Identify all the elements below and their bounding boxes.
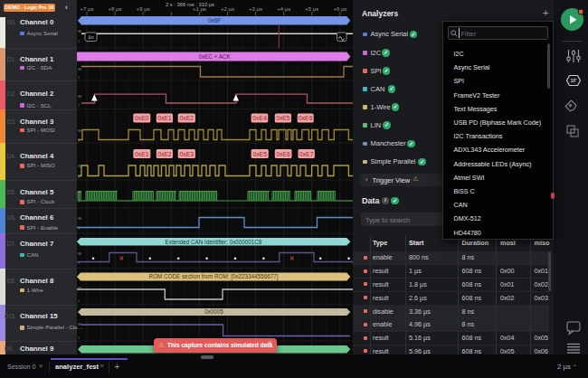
svg-text:0xE0: 0xE0	[135, 115, 149, 121]
svg-text:0xEC + ACK: 0xEC + ACK	[198, 53, 231, 60]
svg-text:0xE6: 0xE6	[276, 151, 290, 157]
svg-text:0xE3: 0xE3	[180, 151, 194, 157]
svg-text:L: L	[79, 102, 81, 107]
svg-text:0xE5: 0xE5	[276, 115, 290, 121]
svg-text:0xE7: 0xE7	[299, 151, 314, 157]
svg-text:+8 µs: +8 µs	[109, 6, 122, 12]
svg-text:M: M	[78, 94, 81, 99]
svg-text:+9 µs: +9 µs	[137, 6, 150, 12]
svg-text:M: M	[78, 216, 81, 221]
svg-text:L: L	[79, 39, 81, 43]
svg-text:0x6F: 0x6F	[208, 17, 221, 24]
svg-text:0x0005: 0x0005	[204, 308, 223, 315]
svg-text:0xE4: 0xE4	[252, 115, 267, 121]
svg-text:+4 µs: +4 µs	[277, 6, 290, 12]
svg-text:0xE1: 0xE1	[157, 115, 172, 121]
svg-text:+7 µs: +7 µs	[81, 6, 94, 12]
svg-text:+2 µs: +2 µs	[221, 6, 234, 12]
svg-text:M: M	[78, 251, 81, 256]
svg-text:+1 µs: +1 µs	[193, 6, 206, 12]
svg-text:0xE5: 0xE5	[252, 151, 267, 157]
svg-text:L: L	[79, 298, 81, 303]
svg-text:2 s : 366 ms : 310 µs: 2 s : 366 ms : 310 µs	[166, 2, 214, 7]
svg-text:L: L	[79, 335, 81, 340]
svg-text:1n: 1n	[88, 34, 94, 41]
svg-text:+6 µs: +6 µs	[333, 6, 346, 12]
svg-text:0xE6: 0xE6	[299, 115, 313, 121]
svg-text:M: M	[78, 29, 81, 33]
svg-text:1F: 1F	[571, 78, 577, 83]
svg-text:Extended CAN Identifier: 0x000: Extended CAN Identifier: 0x000001C8	[166, 239, 262, 245]
svg-text:M: M	[78, 128, 81, 133]
svg-text:M: M	[78, 286, 81, 290]
svg-text:+5 µs: +5 µs	[305, 6, 318, 12]
svg-text:ROM CODE section from ROM: [0x: ROM CODE section from ROM: [0x2233445566…	[149, 273, 279, 280]
svg-text:M: M	[78, 67, 81, 71]
svg-text:0xE2: 0xE2	[180, 115, 194, 121]
svg-text:+3 µs: +3 µs	[249, 6, 262, 12]
svg-text:M: M	[78, 190, 81, 194]
svg-text:L: L	[79, 75, 81, 80]
svg-text:L: L	[79, 260, 81, 265]
svg-text:M: M	[78, 164, 81, 168]
svg-text:0xE1: 0xE1	[135, 151, 149, 157]
svg-text:0xE2: 0xE2	[157, 151, 172, 157]
